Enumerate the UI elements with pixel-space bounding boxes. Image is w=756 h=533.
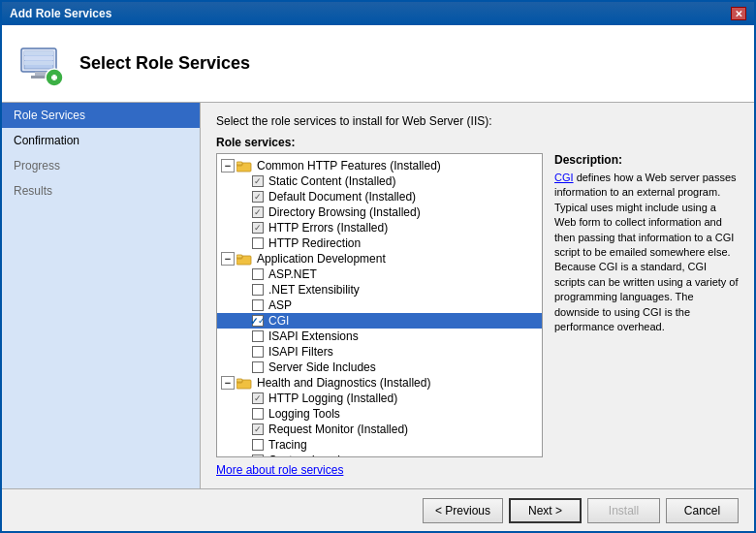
tree-label-static-content: Static Content (Installed) — [268, 174, 395, 188]
checkbox-default-doc[interactable] — [252, 191, 264, 203]
content-area: Role Services Confirmation Progress Resu… — [2, 103, 754, 488]
tree-item-server-side[interactable]: Server Side Includes — [217, 360, 542, 375]
tree-item-http-redirect[interactable]: HTTP Redirection — [217, 235, 542, 251]
tree-item-net-ext[interactable]: .NET Extensibility — [217, 282, 542, 298]
tree-label-isapi-ext: ISAPI Extensions — [268, 329, 359, 343]
expand-icon-logging-tools — [236, 407, 250, 421]
svg-rect-3 — [24, 56, 53, 60]
checkbox-logging-tools[interactable] — [252, 408, 264, 420]
checkbox-http-errors[interactable] — [252, 222, 264, 234]
svg-rect-18 — [236, 379, 242, 382]
tree-item-tracing[interactable]: Tracing — [217, 437, 542, 453]
checkbox-dir-browsing[interactable] — [252, 206, 264, 218]
sidebar-item-role-services[interactable]: Role Services — [2, 103, 200, 128]
sidebar-item-results: Results — [2, 178, 200, 204]
sidebar-item-progress: Progress — [2, 153, 200, 178]
tree-label-asp: ASP — [268, 298, 292, 312]
checkbox-net-ext[interactable] — [252, 284, 264, 296]
expand-icon-asp-net — [236, 267, 250, 281]
expand-icon-net-ext — [236, 283, 250, 297]
checkbox-asp-net[interactable] — [252, 268, 264, 280]
cgi-link[interactable]: CGI — [554, 172, 574, 183]
svg-rect-15 — [236, 255, 242, 258]
sidebar-item-confirmation[interactable]: Confirmation — [2, 128, 200, 153]
expand-icon-isapi-ext — [236, 329, 250, 343]
svg-rect-5 — [35, 72, 47, 76]
tree-item-cgi[interactable]: ✓CGI — [217, 313, 542, 329]
header-section: Select Role Services — [2, 25, 754, 103]
next-button[interactable]: Next > — [509, 498, 582, 523]
tree-item-request-mon[interactable]: Request Monitor (Installed) — [217, 422, 542, 437]
expand-icon-asp — [236, 298, 250, 312]
tree-label-common-http: Common HTTP Features (Installed) — [257, 159, 441, 172]
more-about-link[interactable]: More about role services — [216, 463, 739, 477]
tree-item-http-errors[interactable]: HTTP Errors (Installed) — [217, 220, 542, 235]
tree-item-dir-browsing[interactable]: Directory Browsing (Installed) — [217, 204, 542, 220]
tree-item-default-doc[interactable]: Default Document (Installed) — [217, 189, 542, 204]
tree-label-request-mon: Request Monitor (Installed) — [268, 423, 408, 436]
header-title: Select Role Services — [79, 53, 250, 74]
tree-label-isapi-filters: ISAPI Filters — [268, 345, 333, 359]
tree-label-logging-tools: Logging Tools — [268, 407, 340, 421]
button-bar: < Previous Next > Install Cancel — [2, 488, 754, 531]
folder-icon-app-dev — [236, 253, 252, 266]
tree-item-http-logging[interactable]: HTTP Logging (Installed) — [217, 391, 542, 406]
tree-item-app-dev[interactable]: − Application Development — [217, 251, 542, 266]
checkbox-tracing[interactable] — [252, 439, 264, 451]
tree-item-asp[interactable]: ASP — [217, 298, 542, 313]
expand-icon-tracing — [236, 438, 250, 452]
description-panel: Description: CGI defines how a Web serve… — [554, 153, 739, 457]
previous-button[interactable]: < Previous — [423, 498, 503, 523]
expand-icon-custom-logging — [236, 454, 250, 457]
description-text: CGI defines how a Web server passes info… — [554, 171, 739, 334]
tree-item-asp-net[interactable]: ASP.NET — [217, 266, 542, 282]
tree-item-common-http[interactable]: − Common HTTP Features (Installed) — [217, 158, 542, 173]
description-body: defines how a Web server passes informat… — [554, 172, 739, 332]
install-button[interactable]: Install — [587, 498, 660, 523]
tree-item-static-content[interactable]: Static Content (Installed) — [217, 173, 542, 189]
checkbox-http-redirect[interactable] — [252, 237, 264, 249]
expand-icon-health-diag[interactable]: − — [221, 376, 235, 390]
tree-panel[interactable]: − Common HTTP Features (Installed)Static… — [216, 153, 543, 457]
checkbox-cgi[interactable]: ✓ — [252, 315, 264, 327]
tree-item-logging-tools[interactable]: Logging Tools — [217, 406, 542, 422]
expand-icon-default-doc — [236, 190, 250, 204]
checkbox-server-side[interactable] — [252, 361, 264, 373]
tree-container: − Common HTTP Features (Installed)Static… — [217, 158, 542, 457]
main-window: Add Role Services ✕ Selec — [0, 0, 756, 533]
tree-label-net-ext: .NET Extensibility — [268, 283, 360, 297]
close-button[interactable]: ✕ — [731, 7, 746, 20]
tree-label-asp-net: ASP.NET — [268, 267, 317, 281]
role-services-label: Role services: — [216, 136, 739, 149]
checkbox-custom-logging[interactable] — [252, 455, 264, 457]
window-title: Add Role Services — [10, 7, 111, 20]
checkbox-static-content[interactable] — [252, 175, 264, 187]
tree-item-custom-logging[interactable]: Custom Logging — [217, 453, 542, 457]
checkbox-request-mon[interactable] — [252, 423, 264, 435]
expand-icon-app-dev[interactable]: − — [221, 252, 235, 266]
tree-item-health-diag[interactable]: − Health and Diagnostics (Installed) — [217, 375, 542, 391]
tree-panel-area: − Common HTTP Features (Installed)Static… — [216, 153, 739, 457]
expand-icon-common-http[interactable]: − — [221, 159, 235, 172]
checkbox-asp[interactable] — [252, 299, 264, 311]
expand-icon-static-content — [236, 174, 250, 188]
tree-item-isapi-filters[interactable]: ISAPI Filters — [217, 344, 542, 360]
expand-icon-http-errors — [236, 221, 250, 235]
tree-label-http-errors: HTTP Errors (Installed) — [268, 221, 388, 235]
sidebar: Role Services Confirmation Progress Resu… — [2, 103, 201, 488]
expand-icon-http-redirect — [236, 236, 250, 250]
expand-icon-server-side — [236, 361, 250, 374]
description-label: Description: — [554, 153, 739, 167]
checkbox-isapi-ext[interactable] — [252, 330, 264, 342]
title-bar: Add Role Services ✕ — [2, 2, 754, 25]
expand-icon-cgi — [236, 314, 250, 328]
checkbox-isapi-filters[interactable] — [252, 346, 264, 358]
tree-label-health-diag: Health and Diagnostics (Installed) — [257, 376, 430, 390]
instruction-text: Select the role services to install for … — [216, 114, 739, 128]
tree-label-http-logging: HTTP Logging (Installed) — [268, 392, 397, 405]
svg-rect-2 — [24, 51, 53, 55]
checkbox-http-logging[interactable] — [252, 392, 264, 404]
tree-item-isapi-ext[interactable]: ISAPI Extensions — [217, 329, 542, 344]
cancel-button[interactable]: Cancel — [666, 498, 739, 523]
tree-label-tracing: Tracing — [268, 438, 307, 452]
